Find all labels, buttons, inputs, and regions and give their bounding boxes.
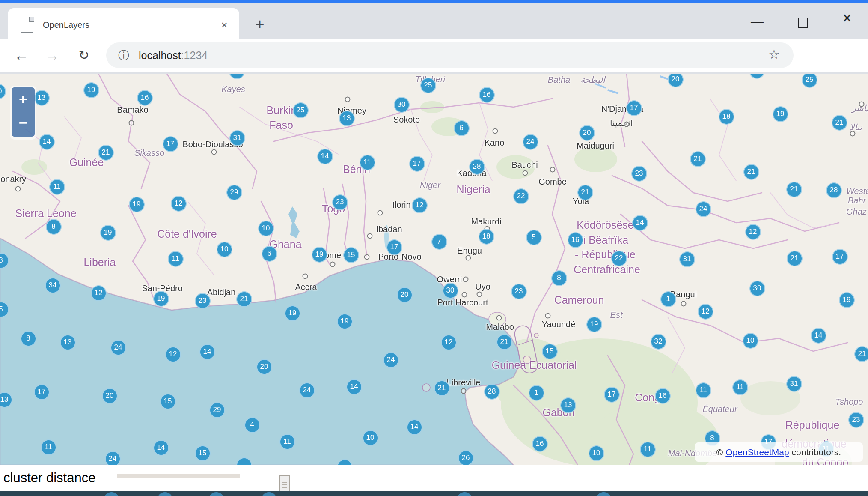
cluster-marker[interactable]: 4 [244,417,260,433]
cluster-marker[interactable]: 17 [34,384,50,400]
cluster-marker[interactable]: 25 [802,74,817,88]
cluster-marker[interactable]: 25 [420,78,436,93]
cluster-marker[interactable]: 11 [732,379,748,395]
cluster-marker[interactable]: 1 [529,385,544,401]
cluster-marker[interactable]: 8 [46,219,62,235]
cluster-marker[interactable]: 24 [110,340,126,356]
cluster-marker[interactable]: 16 [655,388,671,404]
cluster-marker[interactable]: 21 [236,291,252,307]
cluster-marker[interactable]: 17 [386,239,402,255]
browser-tab[interactable]: OpenLayers × [8,8,239,42]
cluster-marker[interactable]: 14 [346,379,362,395]
tab-close-icon[interactable]: × [217,18,232,33]
cluster-marker[interactable]: 23 [511,284,527,299]
cluster-marker[interactable]: 21 [496,334,512,350]
cluster-marker[interactable]: 14 [407,419,422,435]
cluster-marker[interactable]: 12 [745,224,761,240]
cluster-marker[interactable]: 19 [312,247,327,263]
new-tab-button[interactable]: + [250,16,269,35]
cluster-marker[interactable]: 21 [787,251,803,266]
cluster-marker[interactable]: 19 [586,317,602,332]
cluster-marker[interactable]: 14 [153,440,169,456]
cluster-marker[interactable]: 10 [589,445,604,461]
cluster-marker[interactable]: 25 [293,102,309,118]
cluster-marker[interactable]: 16 [568,232,583,248]
cluster-marker[interactable]: 17 [832,249,848,265]
cluster-marker[interactable]: 22 [513,188,529,204]
cluster-marker[interactable]: 24 [105,451,121,466]
cluster-marker[interactable]: 23 [332,194,348,210]
address-bar[interactable]: ⓘ localhost:1234 [106,42,794,68]
cluster-marker[interactable]: 16 [137,90,153,106]
cluster-marker[interactable]: 6 [454,120,470,136]
cluster-marker[interactable]: 14 [632,215,648,231]
cluster-marker[interactable]: 19 [153,291,169,307]
cluster-marker[interactable]: 17 [626,100,642,116]
cluster-marker[interactable]: 31 [679,251,695,267]
cluster-marker[interactable]: 29 [209,402,225,418]
cluster-marker[interactable]: 15 [195,445,211,461]
cluster-marker[interactable]: 31 [786,376,802,392]
map-canvas[interactable]: BamakoConakryBobo-DioulassoNiameySokotoK… [0,74,868,465]
cluster-marker[interactable]: 10 [258,221,274,236]
cluster-marker[interactable]: 11 [41,439,56,455]
cluster-marker[interactable]: 1 [660,291,676,307]
cluster-marker[interactable]: 30 [443,283,458,299]
cluster-marker[interactable]: 28 [469,159,485,175]
cluster-marker[interactable]: 21 [98,145,114,161]
cluster-marker[interactable]: 12 [698,304,713,320]
cluster-marker[interactable]: 17 [163,136,178,152]
cluster-marker[interactable]: 17 [409,156,425,172]
cluster-marker[interactable]: 14 [199,344,215,360]
window-close-button[interactable]: × [834,9,860,35]
cluster-marker[interactable]: 10 [217,242,232,257]
cluster-marker[interactable]: 21 [854,346,868,362]
cluster-marker[interactable]: 14 [811,328,826,344]
cluster-marker[interactable]: 19 [83,82,99,98]
cluster-marker[interactable]: 34 [45,278,61,293]
cluster-marker[interactable]: 18 [479,229,494,245]
cluster-marker[interactable]: 12 [441,335,457,350]
bookmark-star-icon[interactable]: ☆ [768,47,780,62]
cluster-marker[interactable]: 21 [577,185,593,200]
cluster-marker[interactable]: 19 [839,292,855,308]
cluster-marker[interactable]: 29 [226,185,242,200]
cluster-marker[interactable]: 20 [397,287,413,303]
cluster-marker[interactable]: 23 [848,412,864,428]
cluster-marker[interactable]: 21 [832,115,847,131]
site-info-icon[interactable]: ⓘ [118,48,129,63]
cluster-marker[interactable]: 13 [60,335,76,350]
cluster-marker[interactable]: 11 [640,442,656,457]
cluster-marker[interactable]: 12 [412,197,428,213]
zoom-in-button[interactable]: + [12,87,35,112]
cluster-marker[interactable]: 20 [579,125,595,141]
cluster-marker[interactable]: 14 [39,134,55,150]
openstreetmap-link[interactable]: OpenStreetMap [725,447,789,457]
zoom-out-button[interactable]: − [12,112,35,137]
cluster-marker[interactable]: 21 [690,151,706,167]
cluster-marker[interactable]: 11 [168,251,184,267]
cluster-marker[interactable]: 11 [279,434,295,450]
reload-button[interactable]: ↻ [74,45,94,66]
window-minimize-button[interactable]: — [744,14,770,40]
cluster-marker[interactable]: 28 [484,384,500,400]
cluster-marker[interactable]: 32 [651,334,666,350]
cluster-marker[interactable]: 30 [749,281,765,296]
cluster-marker[interactable]: 10 [743,333,758,349]
cluster-marker[interactable]: 8 [21,331,36,347]
cluster-marker[interactable]: 15 [343,247,359,263]
cluster-distance-slider[interactable] [117,474,240,478]
cluster-marker[interactable]: 22 [611,251,627,266]
cluster-marker[interactable]: 23 [195,293,211,309]
cluster-marker[interactable]: 11 [360,155,375,170]
cluster-marker[interactable]: 11 [696,382,711,398]
cluster-marker[interactable]: 21 [743,164,759,180]
cluster-marker[interactable]: 8 [551,270,567,286]
cluster-marker[interactable]: 12 [91,285,107,301]
cluster-marker[interactable]: 5 [526,230,542,245]
cluster-marker[interactable]: 17 [604,387,620,403]
cluster-marker[interactable]: 23 [631,166,647,182]
cluster-marker[interactable]: 7 [431,234,447,250]
back-button[interactable]: ← [11,45,32,66]
cluster-marker[interactable]: 16 [479,87,495,103]
